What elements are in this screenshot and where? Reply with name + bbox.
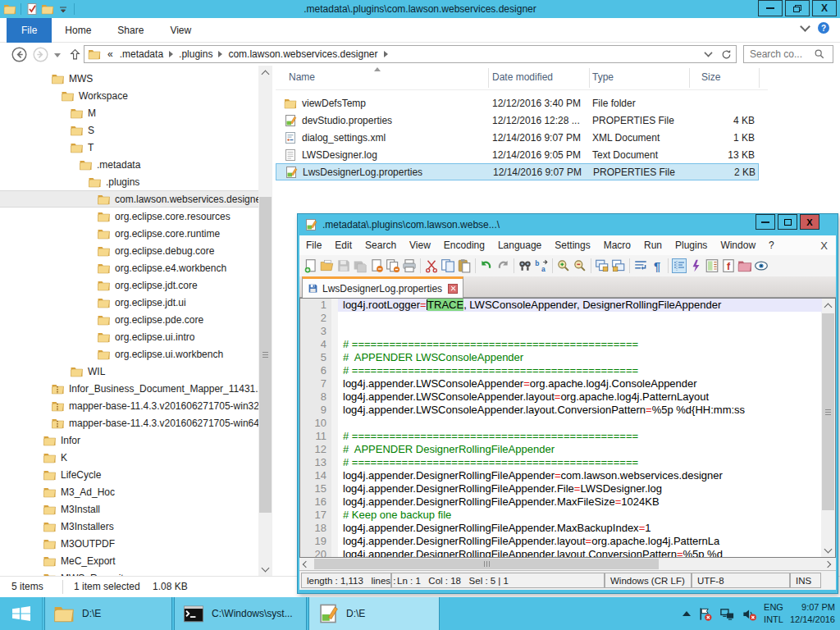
editor-area[interactable]: 1log4j.rootLogger=TRACE, LWSConsoleAppen… bbox=[299, 298, 836, 558]
address-box[interactable]: «.metadata.pluginscom.lawson.webservices… bbox=[84, 45, 737, 63]
code-line[interactable]: 14log4j.appender.DesignerRollingFileAppe… bbox=[300, 469, 822, 482]
tree-item[interactable]: M3_Ad_Hoc bbox=[0, 483, 258, 500]
menu-encoding[interactable]: Encoding bbox=[437, 240, 491, 251]
breadcrumb-overflow[interactable]: « bbox=[104, 48, 116, 60]
code-line[interactable]: 1log4j.rootLogger=TRACE, LWSConsoleAppen… bbox=[300, 299, 822, 312]
scroll-left-icon[interactable] bbox=[301, 561, 311, 568]
column-header-name[interactable]: Name bbox=[289, 71, 315, 83]
tree-item[interactable]: M3Installers bbox=[0, 518, 258, 535]
monitoring-icon[interactable] bbox=[754, 258, 769, 273]
column-header-date-modified[interactable]: Date modified bbox=[492, 71, 553, 83]
ribbon-tab-file[interactable]: File bbox=[7, 18, 52, 43]
tree-scrollbar-thumb[interactable] bbox=[259, 197, 272, 513]
code-line[interactable]: 2 bbox=[300, 312, 822, 325]
folder-workspace-icon[interactable] bbox=[737, 258, 752, 273]
properties-check-icon[interactable] bbox=[25, 2, 39, 16]
npp-minimize-button[interactable] bbox=[756, 214, 775, 230]
network-icon[interactable] bbox=[719, 606, 735, 622]
tree-item[interactable]: LifeCycle bbox=[0, 466, 258, 483]
tree-item[interactable]: T bbox=[0, 139, 258, 156]
recent-locations-dropdown-icon[interactable] bbox=[54, 53, 61, 57]
function-list-icon[interactable]: f bbox=[721, 258, 736, 273]
language-indicator[interactable]: ENG INTL bbox=[764, 601, 783, 626]
file-row[interactable]: viewDefsTemp12/12/2016 3:40 PMFile folde… bbox=[276, 94, 759, 112]
menu-macro[interactable]: Macro bbox=[597, 240, 637, 251]
save-file-icon[interactable] bbox=[336, 258, 351, 273]
menu-window[interactable]: Window bbox=[714, 240, 762, 251]
menu-run[interactable]: Run bbox=[637, 240, 669, 251]
code-line[interactable]: 10 bbox=[300, 417, 822, 430]
code-line[interactable]: 9log4j.appender.LWSConsoleAppender.layou… bbox=[300, 404, 822, 417]
menu-file[interactable]: File bbox=[299, 240, 328, 251]
up-button[interactable] bbox=[66, 45, 84, 63]
tree-item[interactable]: org.eclipse.jdt.ui bbox=[0, 294, 258, 311]
folder-icon[interactable] bbox=[3, 2, 16, 16]
search-input[interactable] bbox=[748, 48, 814, 61]
code-line[interactable]: 20log4j.appender.DesignerRollingFileAppe… bbox=[300, 548, 822, 558]
zoom-in-icon[interactable] bbox=[556, 258, 571, 273]
tree-item[interactable]: Infor_Business_Document_Mapper_11431.zip bbox=[0, 380, 258, 397]
paste-icon[interactable] bbox=[457, 258, 472, 273]
tree-item[interactable]: K bbox=[0, 449, 258, 466]
taskbar-button[interactable]: D:\E bbox=[308, 597, 440, 630]
tree-item[interactable]: org.eclipse.ui.workbench bbox=[0, 345, 258, 363]
tree-item[interactable]: org.eclipse.jdt.core bbox=[0, 276, 258, 294]
tree-item[interactable]: com.lawson.webservices.designer bbox=[0, 190, 258, 208]
replace-icon[interactable]: ba bbox=[534, 258, 549, 273]
tree-item[interactable]: MWS bbox=[0, 70, 258, 87]
scroll-up-icon[interactable] bbox=[258, 66, 272, 80]
new-file-icon[interactable] bbox=[304, 258, 318, 273]
menu-plugins[interactable]: Plugins bbox=[669, 240, 714, 251]
show-all-chars-icon[interactable]: ¶ bbox=[650, 258, 664, 273]
code-line[interactable]: 11# ====================================… bbox=[300, 430, 822, 443]
restore-button[interactable] bbox=[785, 0, 810, 16]
code-line[interactable]: 18log4j.appender.DesignerRollingFileAppe… bbox=[300, 522, 822, 535]
tree-item[interactable]: MWS_Repository bbox=[0, 569, 258, 576]
tree-item[interactable]: M3Install bbox=[0, 500, 258, 518]
code-line[interactable]: 17# Keep one backup file bbox=[300, 509, 822, 522]
taskbar-button[interactable]: C:\Windows\syst... bbox=[174, 597, 307, 630]
scroll-up-icon[interactable] bbox=[821, 299, 835, 313]
show-hidden-icons-icon[interactable] bbox=[682, 611, 691, 616]
code-line[interactable]: 3 bbox=[300, 325, 822, 338]
menu-language[interactable]: Language bbox=[491, 240, 548, 251]
editor-horizontal-scrollbar[interactable] bbox=[299, 558, 836, 570]
qat-dropdown-icon[interactable] bbox=[57, 2, 70, 16]
tree-item[interactable]: org.eclipse.debug.core bbox=[0, 242, 258, 259]
code-line[interactable]: 4# =====================================… bbox=[300, 338, 822, 351]
close-all-icon[interactable] bbox=[386, 258, 400, 273]
help-icon[interactable]: ? bbox=[817, 21, 830, 34]
open-file-icon[interactable] bbox=[320, 258, 335, 273]
tree-item[interactable]: mapper-base-11.4.3.v201606271705-win64.z… bbox=[0, 414, 258, 431]
back-button[interactable] bbox=[10, 45, 28, 63]
code-line[interactable]: 16log4j.appender.DesignerRollingFileAppe… bbox=[300, 495, 822, 509]
tree-item[interactable]: Infor bbox=[0, 431, 258, 449]
address-history-icon[interactable] bbox=[704, 48, 712, 57]
tree-item[interactable]: org.eclipse.e4.workbench bbox=[0, 259, 258, 276]
document-tab[interactable]: LwsDesignerLog.properties bbox=[302, 276, 463, 298]
ribbon-tab-share[interactable]: Share bbox=[104, 18, 157, 43]
npp-close-button[interactable]: X bbox=[800, 214, 819, 230]
breadcrumb-arrow-icon[interactable] bbox=[218, 51, 222, 57]
taskbar-button[interactable]: D:\E bbox=[44, 597, 172, 630]
tree-item[interactable]: mapper-base-11.4.3.v201606271705-win32.z… bbox=[0, 397, 258, 414]
print-icon[interactable] bbox=[402, 258, 417, 273]
code-line[interactable]: 5# APPENDER LWSConsoleAppender bbox=[300, 351, 822, 364]
tree-item[interactable]: .metadata bbox=[0, 156, 258, 173]
code-line[interactable]: 13# ====================================… bbox=[300, 456, 822, 469]
user-defined-language-icon[interactable] bbox=[688, 258, 703, 273]
start-button[interactable] bbox=[0, 597, 43, 630]
scroll-down-icon[interactable] bbox=[258, 562, 272, 576]
tree-item[interactable]: org.eclipse.ui.intro bbox=[0, 328, 258, 345]
ribbon-tab-home[interactable]: Home bbox=[52, 18, 104, 43]
redo-icon[interactable] bbox=[495, 258, 510, 273]
cut-icon[interactable] bbox=[424, 258, 439, 273]
tab-close-icon[interactable] bbox=[448, 284, 458, 294]
sync-scroll-h-icon[interactable] bbox=[611, 258, 626, 273]
file-row[interactable]: LWSDesigner.log12/14/2016 9:05 PMText Do… bbox=[276, 146, 759, 163]
tree-item[interactable]: S bbox=[0, 121, 258, 139]
breadcrumb-item[interactable]: com.lawson.webservices.designer bbox=[225, 48, 381, 60]
code-line[interactable]: 12# APPENDER DesignerRollingFileAppender bbox=[300, 443, 822, 456]
scroll-down-icon[interactable] bbox=[821, 543, 835, 557]
tree-item[interactable]: MeC_Export bbox=[0, 552, 258, 569]
